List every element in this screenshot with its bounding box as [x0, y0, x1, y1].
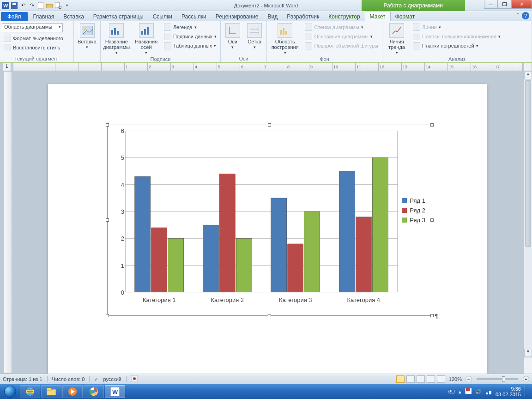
page-indicator[interactable]: Страница: 1 из 1	[3, 376, 42, 382]
zoom-out-button[interactable]: −	[466, 376, 472, 382]
start-button[interactable]	[1, 385, 19, 399]
svg-point-9	[84, 28, 86, 30]
y-tick-label: 5	[117, 154, 124, 161]
insert-button[interactable]: Вставка	[76, 22, 98, 50]
minimize-ribbon-icon[interactable]: ˆ	[517, 12, 519, 19]
legend-item[interactable]: Ряд 3	[402, 217, 425, 224]
language-indicator[interactable]: русский	[103, 376, 121, 382]
tab-design[interactable]: Конструктор	[324, 12, 364, 21]
qat-dropdown-icon[interactable]: ▾	[63, 2, 71, 9]
plot-area-button[interactable]: Область построения	[269, 22, 301, 55]
draft-view[interactable]	[437, 375, 445, 383]
tab-view[interactable]: Вид	[263, 12, 282, 21]
web-layout-view[interactable]	[417, 375, 425, 383]
word-count[interactable]: Число слов: 0	[52, 376, 85, 382]
macro-record-icon[interactable]	[131, 375, 138, 383]
svg-rect-24	[151, 228, 167, 292]
spellcheck-icon[interactable]: ✓	[94, 376, 98, 382]
tab-format[interactable]: Формат	[391, 12, 420, 21]
data-labels-button[interactable]: Подписи данных	[162, 32, 218, 41]
gridlines-button[interactable]: Сетка	[245, 22, 265, 50]
print-layout-view[interactable]	[396, 375, 405, 383]
tab-home[interactable]: Главная	[29, 12, 59, 21]
help-icon[interactable]: ?	[522, 12, 529, 19]
scroll-up-arrow[interactable]: ▲	[524, 71, 532, 79]
format-selection-button[interactable]: Формат выделенного	[2, 34, 72, 42]
zoom-slider[interactable]	[477, 378, 518, 380]
browse-object-nav[interactable]	[524, 357, 532, 374]
tray-clock[interactable]: 9:3603.02.2015	[496, 386, 521, 397]
legend-item[interactable]: Ряд 1	[402, 197, 425, 204]
trendline-button[interactable]: Линия тренда	[384, 22, 409, 55]
axis-titles-button[interactable]: Названия осей	[132, 22, 160, 55]
svg-rect-27	[219, 174, 235, 292]
maximize-button[interactable]: 🗖	[498, 0, 512, 9]
vertical-scrollbar[interactable]: ▲ ▼	[524, 71, 532, 374]
taskbar-media-player[interactable]	[62, 385, 83, 398]
tray-flag-icon[interactable]	[465, 388, 472, 395]
legend-label: Ряд 2	[410, 207, 425, 214]
tab-references[interactable]: Ссылки	[148, 12, 177, 21]
axes-icon	[225, 23, 240, 38]
tab-insert[interactable]: Вставка	[59, 12, 89, 21]
legend-button[interactable]: Легенда	[162, 23, 218, 31]
new-doc-icon[interactable]	[37, 2, 44, 9]
taskbar-ie[interactable]	[20, 385, 40, 398]
minimize-button[interactable]: —	[484, 0, 498, 9]
zoom-in-button[interactable]: +	[523, 376, 529, 382]
tray-volume-icon[interactable]: 🔊	[475, 389, 482, 395]
taskbar-explorer[interactable]	[41, 385, 61, 398]
tab-developer[interactable]: Разработчик	[282, 12, 324, 21]
scroll-down-arrow[interactable]: ▼	[524, 349, 532, 357]
svg-rect-4	[38, 2, 43, 9]
ruler-toggle[interactable]	[524, 63, 532, 71]
fullscreen-reading-view[interactable]	[406, 375, 415, 383]
taskbar-chrome[interactable]	[84, 385, 104, 398]
save-icon[interactable]	[11, 2, 18, 9]
tray-show-hidden-icon[interactable]: ▴	[459, 389, 461, 395]
undo-icon[interactable]: ↶	[19, 2, 27, 9]
group-label: Текущий фрагмент	[2, 55, 72, 62]
data-table-button[interactable]: Таблица данных	[162, 42, 218, 50]
axes-button[interactable]: Оси	[223, 22, 243, 50]
reset-style-button[interactable]: Восстановить стиль	[2, 43, 72, 52]
trendline-icon	[389, 23, 404, 38]
group-label: Оси	[223, 55, 265, 62]
file-tab[interactable]: Файл	[1, 12, 28, 21]
zoom-level[interactable]: 120%	[449, 376, 462, 382]
horizontal-ruler[interactable]: 1234567891011121314151617	[13, 63, 523, 71]
error-bars-button[interactable]: Планки погрешностей	[411, 42, 502, 50]
vertical-ruler[interactable]	[4, 71, 12, 374]
group-label	[76, 55, 98, 62]
picture-icon	[80, 23, 95, 38]
tray-lang[interactable]: RU	[447, 389, 455, 394]
plot-area[interactable]	[125, 131, 398, 292]
axis-titles-icon	[139, 23, 154, 38]
document-area[interactable]: Ряд 1Ряд 2Ряд 3 0123456Категория 1Катего…	[13, 71, 523, 374]
chart-title-button[interactable]: Название диаграммы	[103, 22, 130, 55]
tab-review[interactable]: Рецензирование	[211, 12, 263, 21]
chart-object[interactable]: Ряд 1Ряд 2Ряд 3 0123456Категория 1Катего…	[107, 125, 432, 316]
group-insert: Вставка	[74, 21, 101, 62]
print-preview-icon[interactable]	[54, 2, 62, 9]
tab-layout[interactable]: Макет	[365, 12, 391, 21]
tab-page-layout[interactable]: Разметка страницы	[89, 12, 148, 21]
legend-item[interactable]: Ряд 2	[402, 207, 425, 214]
scrollbar-thumb[interactable]	[525, 80, 531, 247]
chart-legend[interactable]: Ряд 1Ряд 2Ряд 3	[402, 194, 425, 226]
svg-rect-32	[339, 171, 355, 293]
close-button[interactable]: ✕	[512, 0, 532, 9]
plot-area-icon	[278, 23, 292, 38]
outline-view[interactable]	[427, 375, 435, 383]
data-labels-icon	[164, 33, 171, 40]
tab-selector[interactable]: L	[3, 63, 11, 71]
tray-network-icon[interactable]	[485, 388, 492, 395]
show-desktop-button[interactable]	[525, 385, 528, 398]
chart-elements-combo[interactable]: Область диаграммы	[2, 23, 63, 32]
ribbon: Область диаграммы Формат выделенного Вос…	[0, 21, 532, 63]
x-tick-label: Категория 4	[338, 296, 389, 303]
open-icon[interactable]	[46, 2, 53, 9]
tab-mailings[interactable]: Рассылки	[177, 12, 211, 21]
taskbar-word[interactable]: W	[105, 385, 125, 398]
redo-icon[interactable]: ↷	[28, 2, 36, 9]
